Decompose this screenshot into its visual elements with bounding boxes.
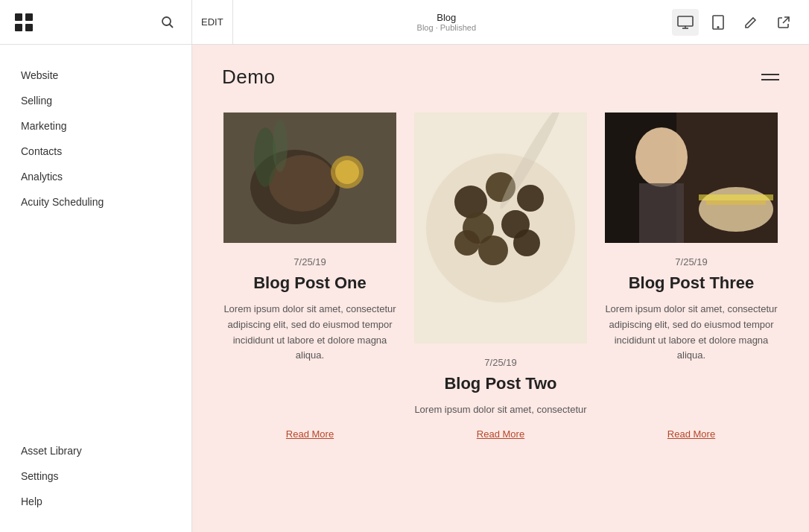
hamburger-line — [761, 79, 779, 80]
blog-post-excerpt: Lorem ipsum dolor sit amet, consectetur … — [605, 302, 778, 364]
svg-point-34 — [699, 187, 773, 232]
blog-post-excerpt: Lorem ipsum dolor sit amet, consectetur — [414, 402, 586, 418]
blog-post-image — [223, 113, 396, 243]
read-more-link[interactable]: Read More — [667, 428, 715, 440]
svg-point-32 — [635, 127, 688, 187]
blog-post-card: 7/25/19 Blog Post Two Lorem ipsum dolor … — [405, 113, 596, 457]
svg-rect-35 — [699, 194, 773, 200]
sidebar-item-label: Acuity Scheduling — [21, 196, 104, 208]
search-button[interactable] — [156, 10, 180, 34]
svg-line-5 — [170, 24, 174, 28]
blog-post-date: 7/25/19 — [675, 256, 707, 267]
sidebar-item-label: Settings — [21, 470, 59, 482]
sidebar-item-label: Asset Library — [21, 445, 82, 457]
svg-rect-6 — [678, 16, 693, 26]
sidebar-item-label: Contacts — [21, 145, 62, 157]
blog-post-image — [414, 113, 587, 343]
svg-rect-0 — [15, 13, 22, 21]
sidebar-item-website[interactable]: Website — [0, 63, 191, 88]
content-area: Demo — [192, 45, 809, 532]
sidebar-item-label: Analytics — [21, 171, 63, 183]
svg-rect-1 — [25, 13, 33, 21]
blog-post-date: 7/25/19 — [294, 256, 326, 267]
svg-point-4 — [162, 17, 171, 25]
svg-rect-33 — [639, 183, 684, 243]
tablet-view-button[interactable] — [705, 9, 732, 36]
svg-line-11 — [783, 17, 789, 23]
read-more-link[interactable]: Read More — [286, 428, 334, 440]
svg-point-26 — [478, 235, 508, 265]
sidebar: Website Selling Marketing Contacts Analy… — [0, 45, 192, 532]
sidebar-main-nav: Website Selling Marketing Contacts Analy… — [0, 63, 191, 232]
svg-point-23 — [517, 185, 544, 212]
blog-demo-title: Demo — [222, 66, 275, 89]
svg-point-18 — [273, 120, 288, 172]
svg-rect-3 — [25, 24, 33, 31]
squarespace-logo[interactable] — [12, 10, 36, 34]
sidebar-item-label: Help — [21, 495, 42, 507]
blog-post-title: Blog Post Three — [629, 273, 755, 293]
external-link-button[interactable] — [770, 9, 797, 36]
sidebar-item-asset-library[interactable]: Asset Library — [0, 438, 191, 463]
hamburger-menu-icon[interactable] — [761, 74, 779, 80]
topbar-center: Blog Blog · Published — [233, 12, 660, 32]
svg-point-17 — [254, 127, 276, 187]
sidebar-item-acuity-scheduling[interactable]: Acuity Scheduling — [0, 189, 191, 215]
blog-post-card: 7/25/19 Blog Post Three Lorem ipsum dolo… — [596, 113, 787, 457]
edit-button[interactable]: EDIT — [192, 0, 233, 44]
svg-rect-36 — [706, 200, 766, 205]
page-title: Blog — [437, 12, 456, 23]
blog-post-title: Blog Post One — [253, 273, 367, 293]
topbar-left — [0, 0, 192, 44]
svg-point-10 — [717, 26, 719, 28]
sidebar-item-label: Selling — [21, 95, 52, 107]
blog-post-card: 7/25/19 Blog Post One Lorem ipsum dolor … — [215, 113, 405, 457]
edit-pen-button[interactable] — [737, 9, 764, 36]
svg-rect-2 — [15, 24, 22, 31]
sidebar-item-analytics[interactable]: Analytics — [0, 164, 191, 189]
blog-nav: Demo — [192, 45, 809, 101]
desktop-view-button[interactable] — [672, 9, 699, 36]
blog-posts-grid: 7/25/19 Blog Post One Lorem ipsum dolor … — [192, 101, 809, 457]
svg-point-27 — [513, 229, 540, 256]
sidebar-bottom-nav: Asset Library Settings Help — [0, 438, 191, 514]
sidebar-item-settings[interactable]: Settings — [0, 463, 191, 489]
page-subtitle: Blog · Published — [417, 23, 477, 32]
blog-post-date: 7/25/19 — [484, 357, 516, 368]
sidebar-item-selling[interactable]: Selling — [0, 88, 191, 113]
main-layout: Website Selling Marketing Contacts Analy… — [0, 45, 809, 532]
read-more-link[interactable]: Read More — [477, 428, 524, 440]
sidebar-item-marketing[interactable]: Marketing — [0, 113, 191, 139]
blog-post-title: Blog Post Two — [444, 374, 556, 393]
hamburger-line — [761, 74, 779, 75]
sidebar-item-label: Marketing — [21, 120, 66, 132]
svg-point-16 — [335, 160, 359, 184]
topbar: EDIT Blog Blog · Published — [0, 0, 809, 45]
sidebar-item-contacts[interactable]: Contacts — [0, 139, 191, 164]
sidebar-item-label: Website — [21, 69, 58, 81]
svg-point-28 — [454, 230, 480, 256]
topbar-actions — [660, 9, 809, 36]
blog-post-excerpt: Lorem ipsum dolor sit amet, consectetur … — [223, 302, 396, 364]
sidebar-item-help[interactable]: Help — [0, 489, 191, 514]
blog-post-image — [605, 113, 778, 243]
